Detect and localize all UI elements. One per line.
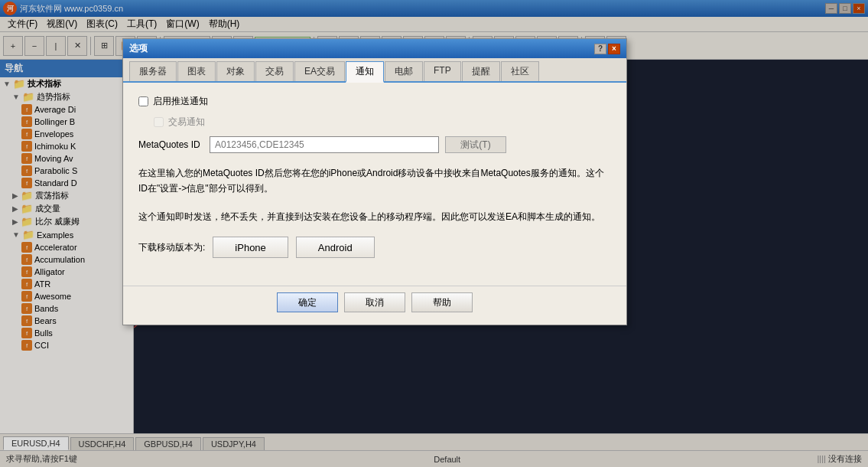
tab-chart[interactable]: 图表 — [177, 61, 216, 81]
trade-notify-row: 交易通知 — [154, 116, 611, 129]
download-label: 下载移动版本为: — [138, 241, 205, 254]
help-footer-button[interactable]: 帮助 — [411, 292, 473, 312]
options-dialog: 选项 ? × 服务器 图表 对象 交易 EA交易 通知 电邮 FTP 提醒 社区… — [122, 38, 627, 325]
tab-trade[interactable]: 交易 — [255, 61, 294, 81]
download-row: 下载移动版本为: iPhone Android — [138, 237, 611, 258]
metaquotes-input[interactable] — [210, 136, 439, 153]
android-button[interactable]: Android — [296, 237, 375, 258]
tab-ea-trade[interactable]: EA交易 — [294, 61, 345, 81]
cancel-button[interactable]: 取消 — [344, 292, 405, 312]
enable-push-label: 启用推送通知 — [153, 95, 208, 108]
dialog-title: 选项 — [129, 42, 148, 55]
info-text-2: 这个通知即时发送，绝不丢失，并直接到达安装在您设备上的移动程序端。因此您可以发送… — [138, 209, 611, 224]
push-notify-row: 启用推送通知 — [138, 95, 611, 108]
dialog-body: 启用推送通知 交易通知 MetaQuotes ID 测试(T) 在这里输入您的M… — [123, 83, 626, 286]
metaquotes-row: MetaQuotes ID 测试(T) — [138, 136, 611, 153]
dialog-tabs: 服务器 图表 对象 交易 EA交易 通知 电邮 FTP 提醒 社区 — [123, 58, 626, 83]
info-text-1: 在这里输入您的MetaQuotes ID然后您将在您的iPhone或Androi… — [138, 165, 611, 197]
dialog-title-controls: ? × — [594, 44, 620, 54]
tab-ftp[interactable]: FTP — [424, 61, 461, 81]
enable-push-checkbox[interactable] — [138, 96, 148, 106]
tab-community[interactable]: 社区 — [501, 61, 539, 81]
tab-email[interactable]: 电邮 — [385, 61, 423, 81]
trade-notify-label: 交易通知 — [168, 116, 205, 129]
tab-notify[interactable]: 通知 — [346, 61, 384, 83]
trade-notify-checkbox[interactable] — [154, 117, 164, 127]
dialog-overlay: 选项 ? × 服务器 图表 对象 交易 EA交易 通知 电邮 FTP 提醒 社区… — [0, 0, 868, 467]
dialog-close-button[interactable]: × — [608, 44, 620, 54]
ok-button[interactable]: 确定 — [277, 292, 338, 312]
tab-object[interactable]: 对象 — [216, 61, 255, 81]
iphone-button[interactable]: iPhone — [213, 237, 288, 258]
dialog-footer: 确定 取消 帮助 — [123, 286, 626, 325]
tab-server[interactable]: 服务器 — [129, 61, 177, 81]
metaquotes-label: MetaQuotes ID — [138, 139, 203, 150]
tab-reminder[interactable]: 提醒 — [462, 61, 500, 81]
dialog-title-bar: 选项 ? × — [123, 39, 626, 58]
test-button[interactable]: 测试(T) — [445, 136, 506, 153]
dialog-help-button[interactable]: ? — [594, 44, 606, 54]
